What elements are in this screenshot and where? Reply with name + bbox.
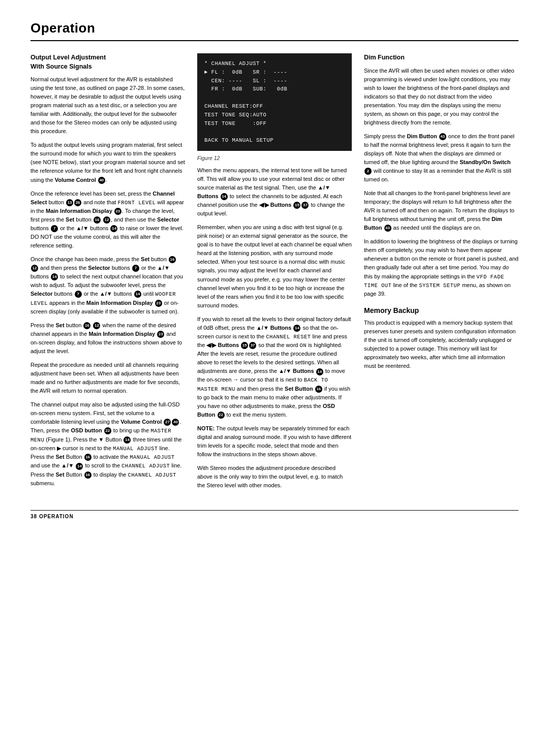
page-container: Operation Output Level AdjustmentWith So… [0,0,549,540]
left-para-7: The channel output may also be adjusted … [30,400,185,488]
display-line-4: FR : 0dB SUB: 0dB [204,85,345,93]
display-line-8: TEST TONE :OFF [204,119,345,128]
mid-para-note: NOTE: The output levels may be separatel… [197,424,352,459]
display-line-1: * CHANNEL ADJUST * [204,59,345,68]
right-dim-para-3: Note that all changes to the front-panel… [364,189,518,232]
left-para-4: Once the change has been made, press the… [30,255,185,316]
footer-bar: 38 OPERATION [30,510,518,519]
footer-text: 38 OPERATION [30,514,74,519]
channel-adjust-display: * CHANNEL ADJUST * ► FL : 0dB SR : ---- … [197,53,352,151]
mid-para-1: When the menu appears, the internal test… [197,166,352,218]
mid-para-2: Remember, when you are using a disc with… [197,223,352,309]
left-section-heading: Output Level AdjustmentWith Source Signa… [30,53,185,71]
display-line-2: ► FL : 0dB SR : ---- [204,68,345,77]
display-line-6: CHANNEL RESET:OFF [204,102,345,111]
display-line-3: CEN: ---- SL : ---- [204,77,345,85]
dim-function-heading: Dim Function [364,53,518,62]
left-para-5: Press the Set button 16 12 when the name… [30,321,185,356]
display-line-7: TEST TONE SEQ:AUTO [204,111,345,119]
mid-para-3: If you wish to reset all the levels to t… [197,315,352,419]
display-line-9 [204,128,345,136]
right-dim-para-2: Simply press the Dim Button 43 once to d… [364,132,518,184]
content-grid: Output Level AdjustmentWith Source Signa… [30,53,518,495]
mid-para-4: With Stereo modes the adjustment procedu… [197,464,352,490]
right-memory-para-1: This product is equipped with a memory b… [364,319,518,370]
right-dim-para-4: In addition to lowering the brightness o… [364,237,518,298]
memory-backup-heading: Memory Backup [364,306,518,314]
left-column: Output Level AdjustmentWith Source Signa… [30,53,185,495]
left-para-2: To adjust the output levels using progra… [30,141,185,184]
left-para-6: Repeat the procedure as needed until all… [30,361,185,395]
middle-column: * CHANNEL ADJUST * ► FL : 0dB SR : ---- … [197,53,352,495]
left-para-3: Once the reference level has been set, p… [30,190,185,250]
right-column: Dim Function Since the AVR will often be… [364,53,518,495]
left-para-1: Normal output level adjustment for the A… [30,75,185,136]
display-line-10: BACK TO MANUAL SETUP [204,136,345,145]
display-line-5 [204,93,345,102]
figure-caption: Figure 12 [197,155,352,161]
page-title: Operation [30,20,518,41]
right-dim-para-1: Since the AVR will often be used when mo… [364,67,518,127]
